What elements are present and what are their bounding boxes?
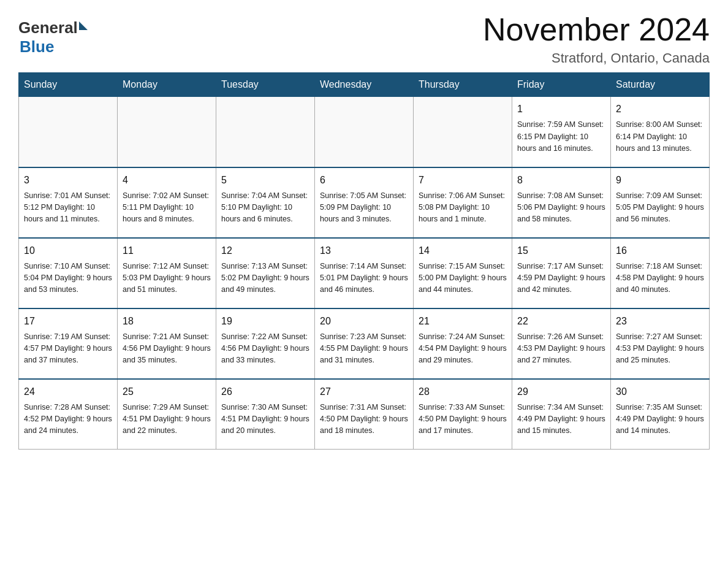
day-number: 21 <box>419 314 507 329</box>
calendar-week-row: 24Sunrise: 7:28 AM Sunset: 4:52 PM Dayli… <box>19 379 710 450</box>
calendar-day-cell: 14Sunrise: 7:15 AM Sunset: 5:00 PM Dayli… <box>414 238 512 308</box>
day-info: Sunrise: 7:31 AM Sunset: 4:50 PM Dayligh… <box>320 402 408 437</box>
day-number: 12 <box>221 243 309 258</box>
day-info: Sunrise: 7:29 AM Sunset: 4:51 PM Dayligh… <box>123 402 211 437</box>
day-info: Sunrise: 7:15 AM Sunset: 5:00 PM Dayligh… <box>419 261 507 296</box>
title-section: November 2024 Stratford, Ontario, Canada <box>483 12 710 66</box>
calendar-day-cell <box>216 97 315 167</box>
calendar-day-cell <box>118 97 216 167</box>
page-header: General Blue November 2024 Stratford, On… <box>18 12 710 66</box>
day-info: Sunrise: 7:12 AM Sunset: 5:03 PM Dayligh… <box>123 261 211 296</box>
calendar-day-cell: 5Sunrise: 7:04 AM Sunset: 5:10 PM Daylig… <box>216 167 315 238</box>
day-info: Sunrise: 7:06 AM Sunset: 5:08 PM Dayligh… <box>419 190 507 226</box>
day-info: Sunrise: 7:10 AM Sunset: 5:04 PM Dayligh… <box>24 261 112 296</box>
weekday-header-wednesday: Wednesday <box>315 73 414 97</box>
day-info: Sunrise: 7:14 AM Sunset: 5:01 PM Dayligh… <box>320 261 408 296</box>
calendar-day-cell: 17Sunrise: 7:19 AM Sunset: 4:57 PM Dayli… <box>19 308 118 379</box>
day-number: 20 <box>320 314 408 329</box>
weekday-header-friday: Friday <box>512 73 611 97</box>
calendar-week-row: 3Sunrise: 7:01 AM Sunset: 5:12 PM Daylig… <box>19 167 710 238</box>
calendar-day-cell: 21Sunrise: 7:24 AM Sunset: 4:54 PM Dayli… <box>414 308 512 379</box>
calendar-week-row: 1Sunrise: 7:59 AM Sunset: 6:15 PM Daylig… <box>19 97 710 167</box>
day-number: 15 <box>517 243 605 258</box>
calendar-day-cell: 23Sunrise: 7:27 AM Sunset: 4:53 PM Dayli… <box>611 308 710 379</box>
calendar-day-cell: 8Sunrise: 7:08 AM Sunset: 5:06 PM Daylig… <box>512 167 611 238</box>
day-info: Sunrise: 7:33 AM Sunset: 4:50 PM Dayligh… <box>419 402 507 437</box>
day-number: 3 <box>24 173 112 188</box>
calendar-day-cell: 25Sunrise: 7:29 AM Sunset: 4:51 PM Dayli… <box>118 379 216 450</box>
day-number: 16 <box>616 243 704 258</box>
day-info: Sunrise: 8:00 AM Sunset: 6:14 PM Dayligh… <box>616 119 704 155</box>
day-number: 10 <box>24 243 112 258</box>
day-info: Sunrise: 7:28 AM Sunset: 4:52 PM Dayligh… <box>24 402 112 437</box>
day-info: Sunrise: 7:04 AM Sunset: 5:10 PM Dayligh… <box>221 190 309 226</box>
logo-general-text: General <box>18 18 78 37</box>
day-info: Sunrise: 7:08 AM Sunset: 5:06 PM Dayligh… <box>517 190 605 226</box>
day-info: Sunrise: 7:09 AM Sunset: 5:05 PM Dayligh… <box>616 190 704 226</box>
day-number: 17 <box>24 314 112 329</box>
day-info: Sunrise: 7:24 AM Sunset: 4:54 PM Dayligh… <box>419 331 507 367</box>
day-info: Sunrise: 7:27 AM Sunset: 4:53 PM Dayligh… <box>616 331 704 367</box>
calendar-week-row: 10Sunrise: 7:10 AM Sunset: 5:04 PM Dayli… <box>19 238 710 308</box>
day-number: 23 <box>616 314 704 329</box>
day-number: 29 <box>517 385 605 399</box>
day-number: 28 <box>419 385 507 399</box>
day-info: Sunrise: 7:22 AM Sunset: 4:56 PM Dayligh… <box>221 331 309 367</box>
calendar-day-cell: 15Sunrise: 7:17 AM Sunset: 4:59 PM Dayli… <box>512 238 611 308</box>
day-info: Sunrise: 7:23 AM Sunset: 4:55 PM Dayligh… <box>320 331 408 367</box>
calendar-day-cell: 20Sunrise: 7:23 AM Sunset: 4:55 PM Dayli… <box>315 308 414 379</box>
day-info: Sunrise: 7:30 AM Sunset: 4:51 PM Dayligh… <box>221 402 309 437</box>
calendar-day-cell: 28Sunrise: 7:33 AM Sunset: 4:50 PM Dayli… <box>414 379 512 450</box>
day-number: 5 <box>221 173 309 188</box>
calendar-day-cell: 11Sunrise: 7:12 AM Sunset: 5:03 PM Dayli… <box>118 238 216 308</box>
day-number: 18 <box>123 314 211 329</box>
calendar-day-cell: 19Sunrise: 7:22 AM Sunset: 4:56 PM Dayli… <box>216 308 315 379</box>
day-number: 26 <box>221 385 309 399</box>
weekday-header-tuesday: Tuesday <box>216 73 315 97</box>
day-info: Sunrise: 7:34 AM Sunset: 4:49 PM Dayligh… <box>517 402 605 437</box>
day-number: 14 <box>419 243 507 258</box>
calendar-day-cell: 26Sunrise: 7:30 AM Sunset: 4:51 PM Dayli… <box>216 379 315 450</box>
logo-blue-text: Blue <box>20 37 54 56</box>
day-info: Sunrise: 7:18 AM Sunset: 4:58 PM Dayligh… <box>616 261 704 296</box>
day-number: 19 <box>221 314 309 329</box>
month-title: November 2024 <box>483 12 710 47</box>
day-number: 6 <box>320 173 408 188</box>
day-info: Sunrise: 7:59 AM Sunset: 6:15 PM Dayligh… <box>517 119 605 155</box>
weekday-header-sunday: Sunday <box>19 73 118 97</box>
day-number: 22 <box>517 314 605 329</box>
calendar-day-cell <box>315 97 414 167</box>
calendar-day-cell: 24Sunrise: 7:28 AM Sunset: 4:52 PM Dayli… <box>19 379 118 450</box>
day-info: Sunrise: 7:13 AM Sunset: 5:02 PM Dayligh… <box>221 261 309 296</box>
calendar-day-cell: 18Sunrise: 7:21 AM Sunset: 4:56 PM Dayli… <box>118 308 216 379</box>
day-number: 9 <box>616 173 704 188</box>
day-number: 25 <box>123 385 211 399</box>
day-number: 30 <box>616 385 704 399</box>
day-info: Sunrise: 7:05 AM Sunset: 5:09 PM Dayligh… <box>320 190 408 226</box>
calendar-day-cell: 4Sunrise: 7:02 AM Sunset: 5:11 PM Daylig… <box>118 167 216 238</box>
calendar-day-cell <box>19 97 118 167</box>
day-info: Sunrise: 7:21 AM Sunset: 4:56 PM Dayligh… <box>123 331 211 367</box>
calendar-table: SundayMondayTuesdayWednesdayThursdayFrid… <box>18 72 710 450</box>
calendar-day-cell: 3Sunrise: 7:01 AM Sunset: 5:12 PM Daylig… <box>19 167 118 238</box>
day-info: Sunrise: 7:02 AM Sunset: 5:11 PM Dayligh… <box>123 190 211 226</box>
day-number: 7 <box>419 173 507 188</box>
calendar-day-cell: 16Sunrise: 7:18 AM Sunset: 4:58 PM Dayli… <box>611 238 710 308</box>
weekday-header-saturday: Saturday <box>611 73 710 97</box>
calendar-day-cell: 7Sunrise: 7:06 AM Sunset: 5:08 PM Daylig… <box>414 167 512 238</box>
calendar-week-row: 17Sunrise: 7:19 AM Sunset: 4:57 PM Dayli… <box>19 308 710 379</box>
day-info: Sunrise: 7:19 AM Sunset: 4:57 PM Dayligh… <box>24 331 112 367</box>
calendar-day-cell: 13Sunrise: 7:14 AM Sunset: 5:01 PM Dayli… <box>315 238 414 308</box>
weekday-header-monday: Monday <box>118 73 216 97</box>
day-info: Sunrise: 7:26 AM Sunset: 4:53 PM Dayligh… <box>517 331 605 367</box>
day-number: 27 <box>320 385 408 399</box>
weekday-header-row: SundayMondayTuesdayWednesdayThursdayFrid… <box>19 73 710 97</box>
calendar-day-cell: 10Sunrise: 7:10 AM Sunset: 5:04 PM Dayli… <box>19 238 118 308</box>
day-number: 4 <box>123 173 211 188</box>
calendar-day-cell <box>414 97 512 167</box>
day-number: 1 <box>517 102 605 117</box>
location-subtitle: Stratford, Ontario, Canada <box>483 50 710 66</box>
weekday-header-thursday: Thursday <box>414 73 512 97</box>
calendar-day-cell: 22Sunrise: 7:26 AM Sunset: 4:53 PM Dayli… <box>512 308 611 379</box>
day-number: 24 <box>24 385 112 399</box>
